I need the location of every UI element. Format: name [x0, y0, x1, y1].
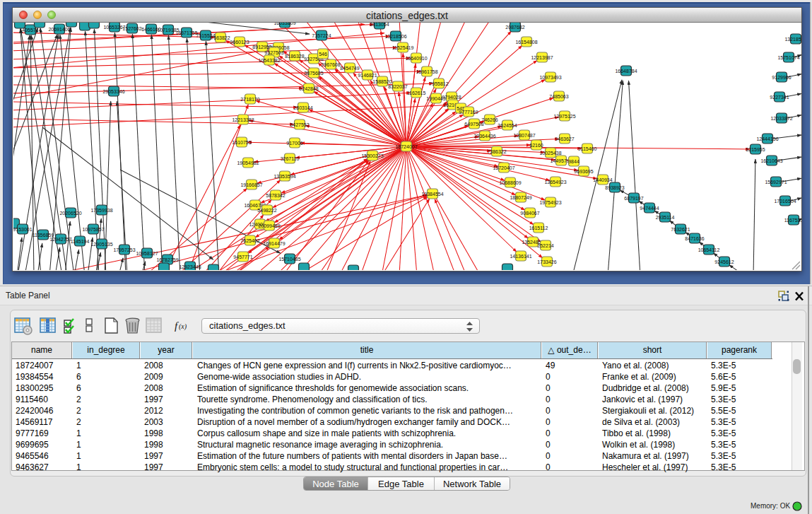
svg-text:9146821: 9146821: [358, 73, 377, 78]
svg-text:15720407: 15720407: [493, 165, 514, 170]
svg-text:2803144: 2803144: [293, 105, 312, 110]
svg-text:19166857: 19166857: [240, 182, 262, 187]
svg-text:2087682: 2087682: [505, 25, 524, 30]
svg-text:1162615: 1162615: [407, 90, 426, 95]
svg-text:7386322: 7386322: [487, 149, 506, 154]
svg-text:8471636: 8471636: [685, 236, 704, 241]
svg-text:12213987: 12213987: [531, 55, 553, 60]
svg-text:9457771: 9457771: [233, 255, 252, 259]
svg-text:15300273: 15300273: [361, 153, 383, 158]
svg-text:16961758: 16961758: [416, 69, 437, 74]
svg-text:18807249: 18807249: [510, 195, 531, 200]
svg-text:19384554: 19384554: [421, 192, 443, 197]
svg-text:16033809: 16033809: [273, 23, 295, 25]
svg-text:12033872: 12033872: [770, 116, 792, 121]
svg-text:12444156: 12444156: [756, 136, 778, 141]
svg-text:2718170: 2718170: [240, 97, 259, 102]
svg-text:9129966: 9129966: [772, 75, 791, 80]
svg-text:746266: 746266: [481, 117, 498, 122]
svg-text:9245612: 9245612: [714, 259, 734, 264]
svg-text:20364436: 20364436: [473, 134, 495, 139]
svg-text:15751074: 15751074: [777, 55, 799, 60]
svg-text:16154808: 16154808: [515, 40, 537, 45]
svg-text:7485063: 7485063: [549, 94, 568, 99]
svg-text:9327503: 9327503: [264, 50, 283, 55]
svg-text:20691406: 20691406: [48, 27, 70, 32]
svg-text:16640910: 16640910: [405, 56, 427, 61]
svg-text:8938923: 8938923: [605, 185, 624, 190]
svg-text:7663822: 7663822: [211, 35, 230, 40]
svg-text:1527602: 1527602: [122, 26, 141, 31]
svg-text:8427552: 8427552: [290, 122, 309, 127]
svg-text:1167533: 1167533: [784, 218, 801, 223]
svg-text:12923448: 12923448: [179, 264, 201, 269]
svg-text:9463627: 9463627: [555, 136, 574, 141]
svg-text:20206520: 20206520: [59, 211, 81, 216]
svg-text:3875685: 3875685: [304, 71, 323, 76]
svg-text:8322037: 8322037: [388, 84, 407, 89]
svg-text:1615112: 1615112: [529, 226, 548, 230]
svg-text:3267110: 3267110: [281, 156, 300, 161]
svg-text:6879197: 6879197: [624, 196, 643, 201]
svg-text:9794028: 9794028: [442, 95, 461, 100]
svg-text:12905135: 12905135: [90, 242, 112, 247]
svg-text:16914479: 16914479: [263, 241, 285, 246]
svg-text:11525419: 11525419: [392, 45, 414, 50]
svg-text:10807487: 10807487: [513, 133, 535, 138]
svg-text:9084067: 9084067: [520, 211, 539, 216]
svg-text:7632621: 7632621: [671, 227, 690, 232]
svg-text:13353594: 13353594: [273, 174, 295, 179]
svg-text:19754923: 19754923: [539, 200, 561, 205]
svg-text:8186328: 8186328: [285, 54, 304, 59]
svg-text:9242848: 9242848: [299, 86, 318, 91]
svg-text:1610755: 1610755: [232, 140, 251, 145]
svg-text:6497508: 6497508: [464, 122, 483, 127]
svg-text:17957253: 17957253: [113, 247, 135, 252]
svg-text:1588520: 1588520: [372, 79, 392, 84]
svg-text:9777169: 9777169: [459, 110, 478, 115]
svg-text:10958127: 10958127: [136, 251, 158, 256]
svg-text:8215955: 8215955: [746, 147, 765, 152]
svg-text:917006: 917006: [286, 141, 302, 146]
svg-text:7955812: 7955812: [429, 81, 448, 86]
svg-text:15692971: 15692971: [765, 180, 787, 185]
svg-text:(x): (x): [179, 322, 187, 331]
svg-text:16782759: 16782759: [156, 257, 178, 262]
svg-text:7357224: 7357224: [312, 33, 331, 38]
svg-text:5878342: 5878342: [266, 193, 285, 198]
svg-text:546: 546: [319, 52, 327, 57]
svg-text:9153001: 9153001: [13, 227, 33, 232]
svg-text:19054982: 19054982: [237, 160, 259, 165]
svg-text:9115460: 9115460: [578, 146, 597, 151]
svg-text:1733426: 1733426: [537, 259, 556, 264]
svg-text:13654923: 13654923: [544, 180, 566, 185]
svg-text:17359938: 17359938: [90, 208, 112, 213]
svg-text:12213383: 12213383: [232, 117, 254, 122]
svg-text:10654112: 10654112: [698, 247, 720, 252]
svg-text:2935114: 2935114: [656, 215, 675, 220]
svg-text:9693695: 9693695: [574, 169, 593, 174]
svg-text:9474444: 9474444: [640, 206, 659, 211]
svg-text:2967608: 2967608: [321, 62, 340, 67]
svg-text:12942757: 12942757: [49, 237, 71, 242]
svg-text:10025438: 10025438: [539, 151, 561, 156]
svg-text:29053346: 29053346: [102, 89, 124, 94]
svg-text:62160: 62160: [529, 143, 543, 148]
svg-text:13218506: 13218506: [384, 34, 406, 39]
svg-text:14136141: 14136141: [510, 254, 531, 259]
svg-text:12975125: 12975125: [553, 114, 575, 119]
svg-text:10543382: 10543382: [258, 58, 280, 63]
svg-text:18724007: 18724007: [395, 144, 417, 149]
svg-text:10975857: 10975857: [82, 227, 104, 232]
svg-text:9227341: 9227341: [770, 95, 789, 100]
svg-text:9660123: 9660123: [230, 40, 249, 45]
svg-text:16671355: 16671355: [175, 30, 197, 35]
svg-text:7625402: 7625402: [240, 238, 259, 243]
svg-text:1440934: 1440934: [593, 177, 612, 182]
svg-text:10973493: 10973493: [539, 75, 561, 80]
svg-text:8813054: 8813054: [370, 23, 389, 27]
svg-text:16648784: 16648784: [615, 69, 637, 74]
svg-text:16210643: 16210643: [760, 158, 782, 163]
svg-text:9844: 9844: [568, 159, 579, 164]
svg-text:13218506: 13218506: [784, 37, 801, 42]
